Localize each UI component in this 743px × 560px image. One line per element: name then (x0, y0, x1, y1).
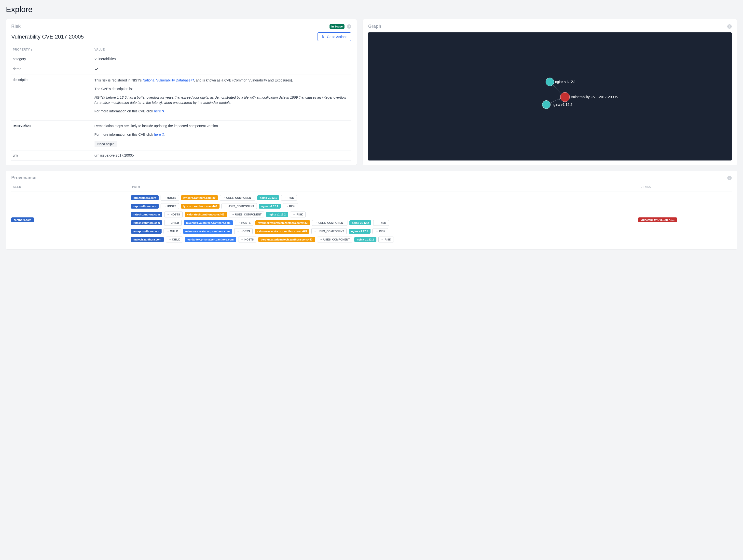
graph-node-nginx-2[interactable]: nginx v1.12.2 (542, 101, 573, 109)
prop-value: This risk is registered in NIST's Nation… (93, 75, 352, 121)
prop-key: urn (11, 150, 93, 160)
relation-chip: → RISK (378, 237, 394, 242)
relation-chip: → HOSTS (238, 237, 257, 242)
path-node-chip[interactable]: astranova.vexiacorp.zanthora.com:443 (255, 229, 309, 234)
arrow-right-icon: → (381, 238, 384, 241)
path-node-chip[interactable]: nginx v1.12.1 (257, 195, 279, 200)
col-property[interactable]: PROPERTY▴ (11, 45, 93, 54)
graph-svg: nginx v1.12.1 nginx v1.12.2 Vulnerabilit… (368, 32, 732, 160)
arrow-right-icon: → (163, 204, 166, 208)
property-table: PROPERTY▴ VALUE category Vulnerabilities… (11, 45, 351, 160)
arrow-right-icon: → (375, 229, 378, 233)
relation-chip: → USES_COMPONENT (317, 237, 353, 242)
risk-chip[interactable]: Vulnerability CVE-2017-2... (638, 218, 677, 222)
more-info-link[interactable]: here (154, 109, 164, 113)
arrow-right-icon: → (314, 229, 317, 233)
arrow-right-icon: → (231, 213, 234, 216)
prop-key: category (11, 54, 93, 64)
remediation-more-link[interactable]: here (154, 133, 164, 136)
nvd-link[interactable]: National Vulnerability Database (143, 78, 194, 82)
col-path[interactable]: → PATH (126, 183, 638, 191)
relation-chip: → CHILD (164, 220, 182, 226)
relation-chip: → USES_COMPONENT (229, 212, 264, 218)
path-node-chip[interactable]: ratech.zanthora.com (131, 212, 162, 217)
relation-chip: → RISK (281, 195, 297, 201)
path-node-chip[interactable]: matech.zanthora.com (131, 237, 164, 242)
col-value[interactable]: VALUE (93, 45, 352, 54)
scope-badge: In Scope (330, 24, 345, 29)
help-icon[interactable]: ? (727, 176, 732, 180)
graph-card-title: Graph (368, 24, 381, 29)
graph-card: Graph ? nginx v1.12.1 nginx v1.12.2 (363, 19, 737, 165)
path-row: orp.zanthora.com→ HOSTSlyricorp.zanthora… (131, 203, 633, 209)
path-node-chip[interactable]: lyricorp.zanthora.com:443 (181, 204, 220, 208)
graph-canvas[interactable]: nginx v1.12.1 nginx v1.12.2 Vulnerabilit… (368, 32, 732, 160)
arrow-right-icon: → (167, 221, 170, 225)
path-node-chip[interactable]: ravennex.valoratech.zanthora.com (184, 220, 233, 225)
svg-line-1 (552, 84, 563, 95)
relation-chip: → USES_COMPONENT (312, 220, 348, 226)
path-row: ratech.zanthora.com→ HOSTSvaloratech.zan… (131, 212, 633, 218)
path-node-chip[interactable]: lyricorp.zanthora.com:80 (181, 195, 218, 200)
graph-node-nginx-1[interactable]: nginx v1.12.1 (546, 78, 576, 86)
col-risk[interactable]: → RISK (638, 183, 732, 191)
path-node-chip[interactable]: ratech.zanthora.com (131, 220, 162, 225)
seed-chip[interactable]: zanthora.com (11, 218, 34, 222)
relation-chip: → CHILD (164, 228, 181, 234)
path-node-chip[interactable]: nginx v1.12.2 (266, 212, 288, 217)
external-link-icon (161, 109, 164, 114)
go-to-actions-button[interactable]: Go to Actions (317, 32, 351, 41)
path-node-chip[interactable]: astranova.vexiacorp.zanthora.com (183, 229, 232, 234)
need-help-button[interactable]: Need help? (94, 141, 117, 147)
external-link-icon (191, 78, 194, 83)
svg-point-7 (560, 92, 570, 102)
graph-node-vulnerability[interactable]: Vulnerability CVE-2017-20005 (560, 92, 618, 102)
relation-chip: → HOSTS (161, 195, 179, 201)
arrow-right-icon: → (376, 221, 379, 225)
col-seed[interactable]: SEED (11, 183, 126, 191)
path-node-chip[interactable]: orp.zanthora.com (131, 195, 158, 200)
path-row: acorp.zanthora.com→ CHILDastranova.vexia… (131, 228, 633, 234)
arrow-right-icon: → (293, 213, 296, 216)
path-node-chip[interactable]: nginx v1.12.1 (259, 204, 281, 208)
path-node-chip[interactable]: verdantex.prismatech.zanthora.com:443 (258, 237, 315, 242)
arrow-right-icon: → (315, 221, 318, 225)
relation-chip: → HOSTS (235, 220, 253, 226)
relation-chip: → USES_COMPONENT (311, 228, 347, 234)
path-node-chip[interactable]: acorp.zanthora.com (131, 229, 162, 234)
prop-value: Remediation steps are likely to include … (93, 121, 352, 150)
path-node-chip[interactable]: nginx v1.12.2 (349, 220, 371, 225)
path-node-chip[interactable]: orp.zanthora.com (131, 204, 158, 208)
table-row: category Vulnerabilities (11, 54, 351, 64)
arrow-right-icon: → (241, 238, 244, 241)
svg-text:nginx v1.12.2: nginx v1.12.2 (552, 103, 573, 106)
path-node-chip[interactable]: ravennex.valoratech.zanthora.com:443 (255, 220, 310, 225)
path-node-chip[interactable]: valoratech.zanthora.com:443 (185, 212, 227, 217)
arrow-right-icon: → (237, 229, 240, 233)
path-node-chip[interactable]: nginx v1.12.2 (349, 229, 370, 234)
relation-chip: → USES_COMPONENT (220, 195, 256, 201)
arrow-right-icon: → (640, 185, 643, 189)
arrow-right-icon: → (285, 204, 288, 208)
help-icon[interactable]: ? (347, 24, 351, 29)
table-row: description This risk is registered in N… (11, 75, 351, 121)
page-title: Explore (6, 5, 737, 14)
table-row: urn urn:issue:cve:2017:20005 (11, 150, 351, 160)
arrow-right-icon: → (168, 238, 171, 241)
relation-chip: → USES_COMPONENT (221, 203, 257, 209)
path-row: matech.zanthora.com→ CHILDverdantex.pris… (131, 237, 633, 242)
relation-chip: → RISK (373, 228, 388, 234)
prop-key: description (11, 75, 93, 121)
table-row: remediation Remediation steps are likely… (11, 121, 351, 150)
prop-key: remediation (11, 121, 93, 150)
arrow-right-icon: → (163, 196, 166, 199)
svg-point-5 (542, 101, 551, 109)
path-node-chip[interactable]: verdantex.prismatech.zanthora.com (185, 237, 236, 242)
external-link-icon (161, 132, 164, 137)
prop-value (93, 64, 352, 75)
help-icon[interactable]: ? (727, 24, 732, 29)
relation-chip: → HOSTS (164, 212, 183, 218)
relation-chip: → HOSTS (234, 228, 253, 234)
path-node-chip[interactable]: nginx v1.12.2 (354, 237, 376, 242)
path-row: ratech.zanthora.com→ CHILDravennex.valor… (131, 220, 633, 226)
